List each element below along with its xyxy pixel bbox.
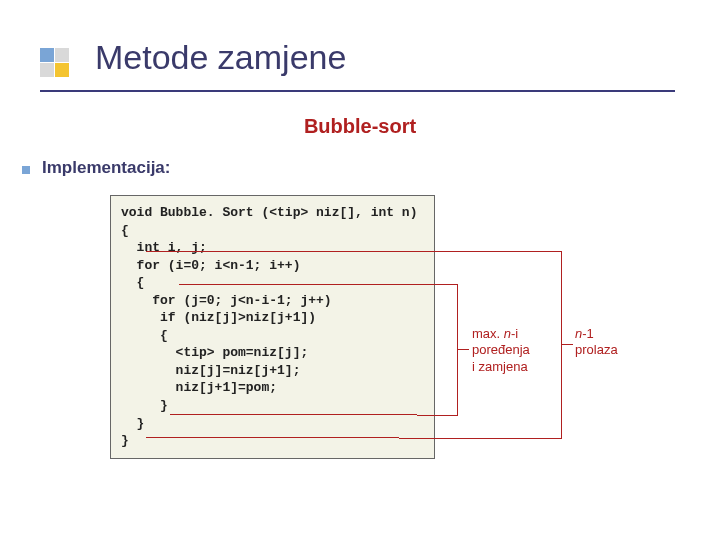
logo-square	[40, 63, 54, 77]
code-block: void Bubble. Sort (<tip> niz[], int n) {…	[110, 195, 435, 459]
logo-square	[55, 63, 69, 77]
bracket-line	[146, 437, 399, 438]
annotation-text: -i	[511, 326, 518, 341]
annotation-text: max.	[472, 326, 504, 341]
logo-square	[40, 48, 54, 62]
annotation-text: poređenja	[472, 342, 530, 357]
annotation-text: i zamjena	[472, 359, 528, 374]
bracket-line	[179, 284, 417, 285]
bracket-line	[170, 414, 417, 415]
annotation-text: prolaza	[575, 342, 618, 357]
code-text: void Bubble. Sort (<tip> niz[], int n) {…	[121, 204, 424, 450]
annotation-text: n	[504, 326, 511, 341]
bullet-icon	[22, 166, 30, 174]
section-heading: Implementacija:	[42, 158, 171, 178]
annotation-text: -1	[582, 326, 594, 341]
page-title: Metode zamjene	[95, 38, 346, 77]
annotation-inner: max. n-i poređenja i zamjena	[472, 326, 530, 375]
annotation-outer: n-1 prolaza	[575, 326, 618, 359]
slide-logo	[40, 48, 70, 78]
subtitle: Bubble-sort	[0, 115, 720, 138]
bracket-line	[146, 251, 399, 252]
logo-square	[55, 48, 69, 62]
bracket-line	[561, 344, 573, 345]
title-underline	[40, 90, 675, 92]
